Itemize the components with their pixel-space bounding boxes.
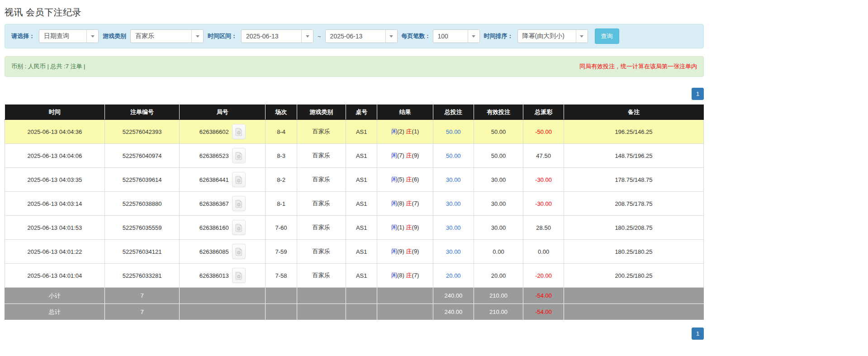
summary-label: 总计 bbox=[5, 304, 105, 320]
total-bet-link[interactable]: 30.00 bbox=[446, 224, 461, 231]
result-banker-score: (9) bbox=[412, 224, 419, 231]
video-icon-button[interactable] bbox=[232, 148, 246, 163]
result-banker-label: 庄 bbox=[406, 248, 412, 255]
cell-total-bet: 50.00 bbox=[433, 144, 474, 168]
result-player-score: (9) bbox=[397, 248, 404, 255]
cell-bet-id: 522576033281 bbox=[104, 264, 179, 288]
cell-valid-bet: 30.00 bbox=[474, 216, 523, 240]
pagination-bottom: 1 bbox=[5, 328, 704, 340]
query-type-select[interactable]: 日期查询 bbox=[39, 29, 99, 43]
cell-table-no: AS1 bbox=[346, 240, 377, 264]
summary-empty bbox=[180, 304, 266, 320]
result-banker-label: 庄 bbox=[406, 200, 412, 207]
cell-round: 626386013 bbox=[180, 264, 266, 288]
summary-empty bbox=[266, 288, 297, 304]
summary-empty bbox=[377, 288, 433, 304]
date-from-value: 2025-06-13 bbox=[242, 30, 301, 43]
date-to-select[interactable]: 2025-06-13 bbox=[325, 29, 398, 43]
total-bet-link[interactable]: 30.00 bbox=[446, 176, 461, 183]
video-icon bbox=[235, 199, 242, 208]
column-header-valid-bet: 有效投注 bbox=[474, 105, 523, 120]
column-header-table-no: 桌号 bbox=[346, 105, 377, 120]
page-size-select[interactable]: 100 bbox=[433, 29, 480, 43]
total-bet-link[interactable]: 30.00 bbox=[446, 200, 461, 207]
result-player-label: 闲 bbox=[391, 176, 397, 183]
cell-result: 闲(7) 庄(9) bbox=[377, 144, 433, 168]
result-banker-score: (9) bbox=[412, 152, 419, 159]
cell-round: 626386523 bbox=[180, 144, 266, 168]
total-bet-link[interactable]: 30.00 bbox=[446, 248, 461, 255]
result-banker-score: (7) bbox=[412, 272, 419, 279]
cell-total-bet: 30.00 bbox=[433, 168, 474, 192]
result-player-score: (7) bbox=[397, 152, 404, 159]
cell-remark: 178.75/148.75 bbox=[564, 168, 703, 192]
summary-total-bet: 240.00 bbox=[433, 288, 474, 304]
search-button[interactable]: 查询 bbox=[595, 28, 619, 44]
total-bet-link[interactable]: 50.00 bbox=[446, 128, 461, 135]
cell-session: 7-58 bbox=[266, 264, 297, 288]
column-header-round: 局号 bbox=[180, 105, 266, 120]
cell-game: 百家乐 bbox=[297, 144, 346, 168]
cell-round: 626386160 bbox=[180, 216, 266, 240]
cell-valid-bet: 20.00 bbox=[474, 264, 523, 288]
result-player-score: (5) bbox=[397, 176, 404, 183]
round-number: 626386367 bbox=[199, 200, 229, 207]
video-icon-button[interactable] bbox=[232, 220, 246, 235]
total-bet-link[interactable]: 20.00 bbox=[446, 272, 461, 279]
table-row: 2025-06-13 04:01:04 522576033281 6263860… bbox=[5, 264, 704, 288]
summary-payout: -54.00 bbox=[523, 288, 564, 304]
game-type-select[interactable]: 百家乐 bbox=[130, 29, 204, 43]
cell-session: 8-2 bbox=[266, 168, 297, 192]
pagination-top: 1 bbox=[5, 88, 704, 100]
result-banker-score: (6) bbox=[412, 176, 419, 183]
summary-empty bbox=[297, 304, 346, 320]
summary-bar: 币别 : 人民币 | 总共 :7 注单 | 同局有效投注，统一计算在该局第一张注… bbox=[5, 56, 704, 77]
date-from-select[interactable]: 2025-06-13 bbox=[241, 29, 313, 43]
cell-session: 7-60 bbox=[266, 216, 297, 240]
table-row: 2025-06-13 04:04:06 522576040974 6263865… bbox=[5, 144, 704, 168]
cell-game: 百家乐 bbox=[297, 264, 346, 288]
chevron-down-icon bbox=[86, 30, 98, 43]
summary-note: 同局有效投注，统一计算在该局第一张注单内 bbox=[579, 62, 697, 71]
page-title: 视讯 会员下注纪录 bbox=[5, 0, 704, 24]
video-icon-button[interactable] bbox=[232, 196, 246, 211]
page-button-1[interactable]: 1 bbox=[692, 328, 704, 340]
cell-result: 闲(5) 庄(6) bbox=[377, 168, 433, 192]
cell-payout: 0.00 bbox=[523, 240, 564, 264]
summary-empty bbox=[346, 288, 377, 304]
bet-records-table: 时间 注单编号 局号 场次 游戏类别 桌号 结果 总投注 有效投注 总派彩 备注… bbox=[5, 104, 704, 320]
video-icon-button[interactable] bbox=[232, 124, 246, 139]
time-sort-select[interactable]: 降幂(由大到小) bbox=[517, 29, 588, 43]
summary-empty bbox=[346, 304, 377, 320]
round-number: 626386523 bbox=[199, 152, 229, 159]
cell-time: 2025-06-13 04:01:22 bbox=[5, 240, 105, 264]
cell-remark: 200.25/180.25 bbox=[564, 264, 703, 288]
total-bet-link[interactable]: 50.00 bbox=[446, 152, 461, 159]
result-banker-label: 庄 bbox=[406, 272, 412, 279]
cell-round: 626386085 bbox=[180, 240, 266, 264]
round-number: 626386441 bbox=[199, 176, 229, 183]
result-banker-score: (1) bbox=[412, 128, 419, 135]
date-separator: ~ bbox=[318, 33, 321, 40]
query-type-label: 请选择： bbox=[11, 32, 35, 40]
table-header-row: 时间 注单编号 局号 场次 游戏类别 桌号 结果 总投注 有效投注 总派彩 备注 bbox=[5, 105, 704, 120]
cell-round: 626386441 bbox=[180, 168, 266, 192]
cell-session: 8-3 bbox=[266, 144, 297, 168]
cell-remark: 148.75/196.25 bbox=[564, 144, 703, 168]
video-icon-button[interactable] bbox=[232, 268, 246, 283]
result-player-label: 闲 bbox=[391, 152, 397, 159]
video-icon bbox=[235, 152, 242, 160]
table-row: 2025-06-13 04:03:14 522576038880 6263863… bbox=[5, 192, 704, 216]
cell-session: 8-4 bbox=[266, 120, 297, 144]
video-icon-button[interactable] bbox=[232, 172, 246, 187]
page-button-1[interactable]: 1 bbox=[692, 88, 704, 100]
cell-valid-bet: 30.00 bbox=[474, 192, 523, 216]
cell-table-no: AS1 bbox=[346, 144, 377, 168]
cell-game: 百家乐 bbox=[297, 120, 346, 144]
cell-remark: 196.25/146.25 bbox=[564, 120, 703, 144]
column-header-bet-id: 注单编号 bbox=[104, 105, 179, 120]
cell-total-bet: 20.00 bbox=[433, 264, 474, 288]
cell-valid-bet: 50.00 bbox=[474, 144, 523, 168]
cell-game: 百家乐 bbox=[297, 240, 346, 264]
video-icon-button[interactable] bbox=[232, 244, 246, 259]
